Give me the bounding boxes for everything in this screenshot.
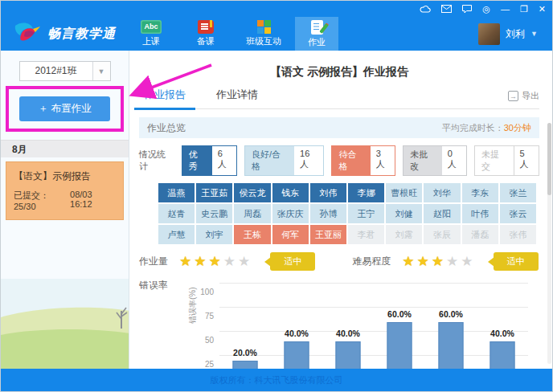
student-cell[interactable]: 史云鹏: [196, 204, 232, 223]
chat-icon[interactable]: [462, 5, 472, 14]
scrollbar-thumb[interactable]: [547, 123, 551, 195]
difficulty-stars[interactable]: ★★★★★: [402, 255, 475, 268]
sidebar: 2012#1班 ▼ ＋ 布置作业 8月 【语文】示例报告 已提交：25/30 0…: [1, 51, 129, 369]
user-menu[interactable]: 刘利 ▼: [478, 17, 552, 51]
homework-datetime: 08/03 16:12: [70, 190, 116, 211]
stat-count: 6人: [212, 146, 236, 175]
star-empty-icon[interactable]: ★: [223, 254, 238, 269]
stat-name: 优秀: [182, 146, 212, 175]
vertical-scrollbar[interactable]: [547, 123, 551, 364]
assign-homework-button[interactable]: ＋ 布置作业: [19, 96, 110, 121]
close-icon[interactable]: ✕: [539, 5, 546, 14]
bar-slot: 40.0%2: [271, 284, 322, 369]
error-rate-bar[interactable]: [387, 322, 412, 369]
star-empty-icon[interactable]: ★: [238, 254, 252, 269]
settings-icon[interactable]: ◎: [482, 5, 490, 14]
homework-doc-icon: [311, 20, 323, 35]
minimize-icon[interactable]: —: [501, 5, 510, 14]
stat-excellent[interactable]: 优秀6人: [182, 145, 237, 176]
student-cell[interactable]: 刘健: [386, 204, 422, 223]
stat-good[interactable]: 良好/合格16人: [244, 145, 324, 176]
star-empty-icon[interactable]: ★: [461, 254, 475, 269]
nav-item-prep[interactable]: 备课: [184, 17, 227, 51]
error-rate-bar[interactable]: [233, 361, 258, 369]
student-cell[interactable]: 赵阳: [424, 204, 460, 223]
workload-stars[interactable]: ★★★★★: [179, 255, 252, 268]
student-cell[interactable]: 周磊: [234, 204, 270, 223]
student-cell[interactable]: 张云: [500, 204, 536, 223]
maximize-icon[interactable]: ❐: [520, 5, 528, 14]
error-rate-bar[interactable]: [336, 341, 361, 369]
star-filled-icon[interactable]: ★: [432, 254, 446, 269]
footer: 版权所有：科大讯飞股份有限公司: [1, 369, 552, 391]
error-rate-bar[interactable]: [439, 322, 464, 369]
student-cell[interactable]: 赵青: [158, 204, 195, 223]
student-cell[interactable]: 刘伟: [310, 183, 346, 202]
student-cell[interactable]: 刘宇: [196, 225, 232, 244]
app-brand: 畅言教学通: [1, 17, 129, 51]
student-cell[interactable]: 张兰: [500, 183, 536, 202]
error-rate-bar[interactable]: [490, 341, 515, 369]
tab-homework-details[interactable]: 作业详情: [211, 88, 263, 108]
workload-badge: 适中: [270, 252, 315, 271]
bar-slot: 40.0%6: [477, 284, 528, 369]
bird-logo-icon: [14, 21, 41, 47]
y-tick-label: 50: [205, 336, 214, 345]
star-filled-icon[interactable]: ★: [179, 254, 194, 269]
export-button[interactable]: → 导出: [508, 90, 539, 108]
stat-pending[interactable]: 待合格3人: [331, 145, 395, 176]
student-cell[interactable]: 王宁: [348, 204, 384, 223]
star-filled-icon[interactable]: ★: [194, 254, 208, 269]
student-cell[interactable]: 李君: [348, 225, 384, 244]
mail-icon[interactable]: [441, 5, 452, 13]
star-empty-icon[interactable]: ★: [446, 254, 461, 269]
student-cell[interactable]: 孙博: [310, 204, 346, 223]
tab-homework-report[interactable]: 作业报告: [139, 88, 190, 108]
star-filled-icon[interactable]: ★: [417, 254, 432, 269]
bar-value-label: 60.0%: [387, 309, 412, 319]
user-name: 刘利: [506, 27, 525, 41]
bar-value-label: 20.0%: [233, 348, 257, 357]
tab-bar: 作业报告 作业详情 → 导出: [139, 88, 539, 109]
stat-name: 未批改: [403, 146, 441, 175]
star-filled-icon[interactable]: ★: [402, 254, 416, 269]
dropdown-arrow-icon: ▼: [92, 62, 110, 80]
titlebar: ◎ — ❐ ✕: [1, 1, 552, 17]
student-cell[interactable]: 何军: [272, 225, 309, 244]
class-selector-dropdown[interactable]: 2012#1班 ▼: [19, 61, 111, 81]
student-cell[interactable]: 张伟: [500, 225, 536, 244]
student-cell[interactable]: 温燕: [158, 183, 195, 202]
avg-completion-time: 平均完成时长：30分钟: [442, 122, 531, 134]
student-cell[interactable]: 张庆庆: [272, 204, 309, 223]
stat-ungraded[interactable]: 未批改0人: [403, 145, 467, 176]
star-filled-icon[interactable]: ★: [209, 254, 223, 269]
nav-item-homework[interactable]: 作业: [295, 17, 338, 51]
difficulty-badge: 适中: [494, 252, 539, 271]
student-cell[interactable]: 王栋: [234, 225, 270, 244]
student-cell[interactable]: 叶伟: [462, 204, 498, 223]
y-tick-label: 100: [200, 288, 214, 296]
student-cell[interactable]: 曹根旺: [386, 183, 422, 202]
stats-label: 情况统计: [139, 149, 174, 173]
student-cell[interactable]: 张辰: [424, 225, 460, 244]
student-cell[interactable]: 潘磊: [462, 225, 498, 244]
student-cell[interactable]: 王亚丽: [310, 225, 346, 244]
student-cell[interactable]: 李娜: [348, 183, 384, 202]
error-rate-bar[interactable]: [285, 341, 309, 369]
cloud-icon[interactable]: [420, 5, 431, 13]
nav-item-lessons[interactable]: Abc 上课: [129, 17, 173, 51]
stat-not-submitted[interactable]: 未提交 5人: [474, 145, 539, 176]
overview-section-header: 作业总览 平均完成时长：30分钟: [139, 117, 539, 138]
student-cell[interactable]: 钱东: [272, 183, 309, 202]
student-cell[interactable]: 刘露: [386, 225, 422, 244]
student-cell[interactable]: 李东: [462, 183, 498, 202]
nav-label: 备课: [197, 35, 215, 47]
student-cell[interactable]: 卢慧: [158, 225, 195, 244]
student-cell[interactable]: 侯云龙: [234, 183, 270, 202]
student-cell[interactable]: 王亚茹: [196, 183, 232, 202]
avatar: [478, 23, 500, 45]
nav-item-class-interaction[interactable]: 班级互动: [239, 17, 289, 51]
homework-list-item[interactable]: 【语文】示例报告 已提交：25/30 08/03 16:12: [6, 161, 124, 220]
student-cell[interactable]: 刘华: [424, 183, 460, 202]
difficulty-label: 难易程度: [352, 255, 391, 268]
